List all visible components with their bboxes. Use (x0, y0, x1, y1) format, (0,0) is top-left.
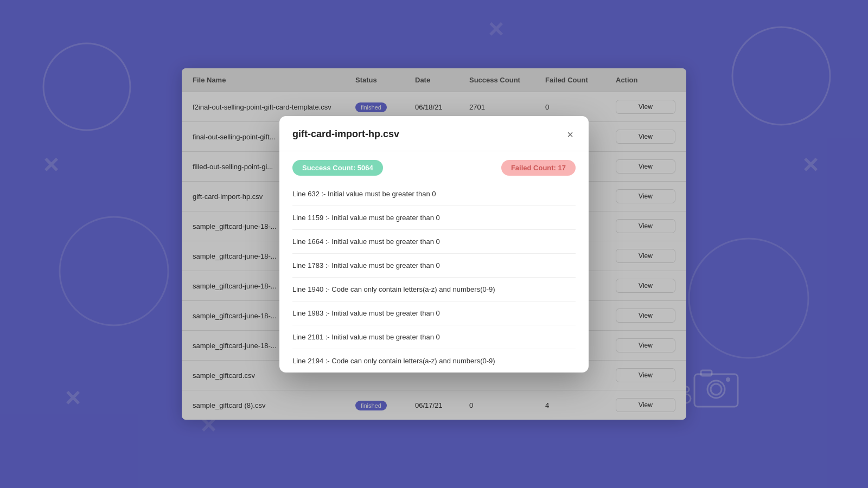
modal: gift-card-import-hp.csv × Success Count:… (279, 116, 589, 373)
error-item: Line 1940 :- Code can only contain lette… (292, 278, 576, 301)
error-item: Line 1783 :- Initial value must be great… (292, 254, 576, 278)
modal-header: gift-card-import-hp.csv × (279, 116, 589, 151)
error-item: Line 632 :- Initial value must be greate… (292, 182, 576, 206)
modal-title: gift-card-import-hp.csv (292, 129, 399, 140)
modal-stats: Success Count: 5064 Failed Count: 17 (279, 151, 589, 182)
error-item: Line 2194 :- Code can only contain lette… (292, 349, 576, 373)
failed-count-badge: Failed Count: 17 (501, 160, 576, 176)
modal-body[interactable]: Line 632 :- Initial value must be greate… (279, 182, 589, 373)
error-item: Line 1664 :- Initial value must be great… (292, 230, 576, 254)
error-item: Line 2181 :- Initial value must be great… (292, 325, 576, 349)
close-button[interactable]: × (565, 127, 576, 142)
error-item: Line 1983 :- Initial value must be great… (292, 301, 576, 325)
success-count-badge: Success Count: 5064 (292, 160, 383, 176)
modal-overlay: gift-card-import-hp.csv × Success Count:… (0, 0, 868, 488)
error-item: Line 1159 :- Initial value must be great… (292, 206, 576, 230)
